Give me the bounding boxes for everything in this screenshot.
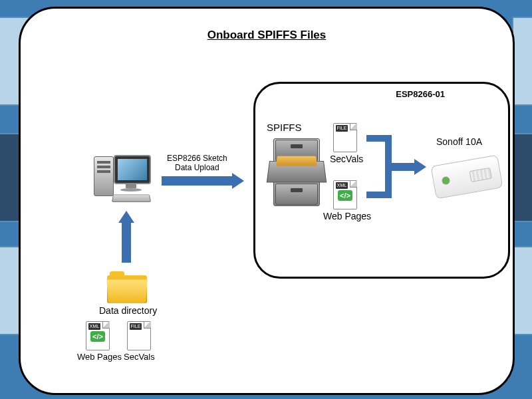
sonoff-label: Sonoff 10A [436, 136, 482, 147]
computer-icon [94, 155, 150, 205]
data-directory-label: Data directory [99, 305, 157, 316]
arrow-folder-to-computer [122, 221, 131, 263]
cabinet-icon [273, 138, 319, 205]
arrow-computer-to-spiffs-head [232, 173, 244, 189]
secvals-label-left: SecVals [124, 352, 155, 362]
upload-label: ESP8266 Sketch Data Upload [167, 154, 227, 172]
esp8266-title: ESP8266-01 [396, 89, 445, 99]
secvals-file-icon-left: FILE [127, 321, 151, 350]
diagram-title: Onboard SPIFFS Files [21, 29, 513, 42]
arrow-files-to-sonoff-head [414, 159, 426, 175]
diagram-outer-box: Onboard SPIFFS Files Data directory XML … [19, 7, 515, 395]
secvals-file-icon: FILE [333, 123, 357, 152]
webpages-file-icon-left: XML </> [86, 321, 110, 350]
webpages-file-icon: XML </> [333, 180, 357, 209]
spiffs-label: SPIFFS [267, 122, 302, 133]
secvals-label: SecVals [330, 154, 363, 164]
arrow-files-to-sonoff-out [390, 163, 416, 171]
arrow-computer-to-spiffs [162, 176, 233, 186]
arrow-folder-to-computer-head [118, 211, 134, 223]
webpages-label: Web Pages [323, 211, 371, 221]
webpages-label-left: Web Pages [77, 352, 122, 362]
folder-icon [107, 271, 147, 303]
